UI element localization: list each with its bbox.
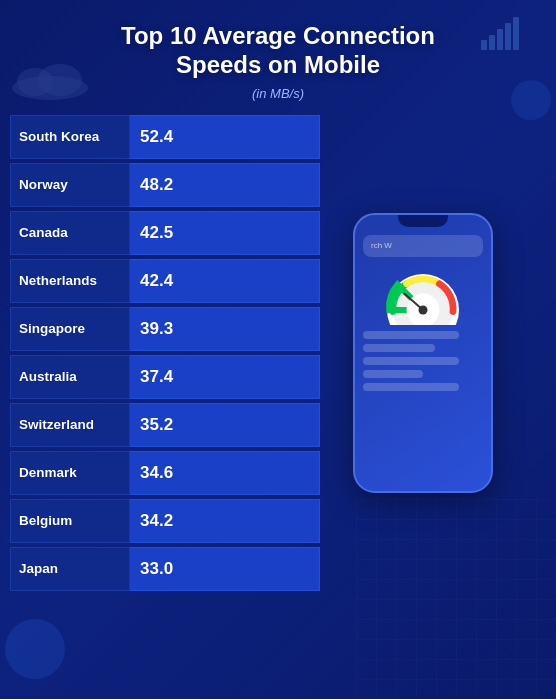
country-label: Belgium	[10, 499, 130, 543]
chart-row: Switzerland35.2	[10, 403, 320, 447]
svg-rect-2	[497, 29, 503, 50]
bar-value: 34.6	[140, 463, 173, 483]
chart-row: South Korea52.4	[10, 115, 320, 159]
bar-value: 42.5	[140, 223, 173, 243]
bar-container: 52.4	[130, 115, 320, 159]
country-label: Japan	[10, 547, 130, 591]
phone-wrapper: rch W	[353, 213, 513, 503]
bar-value: 35.2	[140, 415, 173, 435]
title-line1: Top 10 Average Connection	[121, 22, 435, 49]
bar-container: 34.6	[130, 451, 320, 495]
main-content: South Korea52.4Norway48.2Canada42.5Nethe…	[0, 107, 556, 601]
bar-container: 42.4	[130, 259, 320, 303]
title-line2: Speeds on Mobile	[176, 51, 380, 78]
bar-value: 33.0	[140, 559, 173, 579]
bar-value: 48.2	[140, 175, 173, 195]
country-label: Singapore	[10, 307, 130, 351]
chart-row: Australia37.4	[10, 355, 320, 399]
bar-value: 39.3	[140, 319, 173, 339]
header: Top 10 Average Connection Speeds on Mobi…	[0, 0, 556, 107]
phone-line-5	[363, 383, 459, 391]
bar-container: 35.2	[130, 403, 320, 447]
country-label: Denmark	[10, 451, 130, 495]
bar-value: 52.4	[140, 127, 173, 147]
phone-search-bar: rch W	[363, 235, 483, 257]
bar-container: 37.4	[130, 355, 320, 399]
chart-row: Singapore39.3	[10, 307, 320, 351]
phone-line-1	[363, 331, 459, 339]
bar-container: 34.2	[130, 499, 320, 543]
deco-circle-1	[5, 619, 65, 679]
country-label: Canada	[10, 211, 130, 255]
phone-body: rch W	[353, 213, 493, 493]
svg-rect-3	[505, 23, 511, 50]
country-label: Switzerland	[10, 403, 130, 447]
bar-value: 37.4	[140, 367, 173, 387]
phone-section: rch W	[320, 115, 546, 591]
bar-container: 48.2	[130, 163, 320, 207]
bar-value: 42.4	[140, 271, 173, 291]
chart-row: Netherlands42.4	[10, 259, 320, 303]
bar-container: 33.0	[130, 547, 320, 591]
chart-row: Japan33.0	[10, 547, 320, 591]
svg-rect-4	[513, 17, 519, 50]
bar-container: 39.3	[130, 307, 320, 351]
country-label: Norway	[10, 163, 130, 207]
speedometer-wrapper	[363, 265, 483, 325]
signal-decoration	[481, 15, 536, 54]
bar-value: 34.2	[140, 511, 173, 531]
phone-line-2	[363, 344, 435, 352]
phone-line-3	[363, 357, 459, 365]
chart-row: Canada42.5	[10, 211, 320, 255]
svg-rect-0	[481, 40, 487, 50]
country-label: Australia	[10, 355, 130, 399]
bar-container: 42.5	[130, 211, 320, 255]
chart-row: Denmark34.6	[10, 451, 320, 495]
phone-search-text: rch W	[371, 241, 392, 250]
chart-row: Norway48.2	[10, 163, 320, 207]
country-label: South Korea	[10, 115, 130, 159]
country-label: Netherlands	[10, 259, 130, 303]
chart-subtitle: (in MB/s)	[20, 86, 536, 101]
phone-line-4	[363, 370, 423, 378]
svg-rect-1	[489, 35, 495, 50]
speedometer-icon	[373, 265, 473, 325]
chart-section: South Korea52.4Norway48.2Canada42.5Nethe…	[10, 115, 320, 591]
phone-screen: rch W	[355, 215, 491, 491]
chart-title: Top 10 Average Connection Speeds on Mobi…	[20, 22, 536, 80]
chart-row: Belgium34.2	[10, 499, 320, 543]
